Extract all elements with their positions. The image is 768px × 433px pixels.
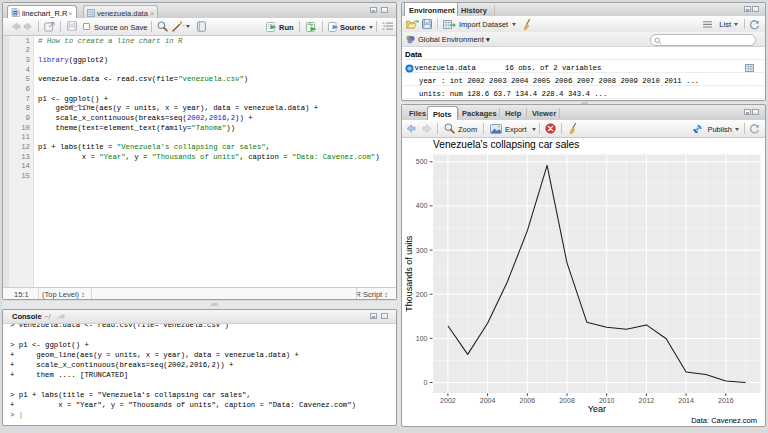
svg-text:R: R (13, 10, 17, 16)
